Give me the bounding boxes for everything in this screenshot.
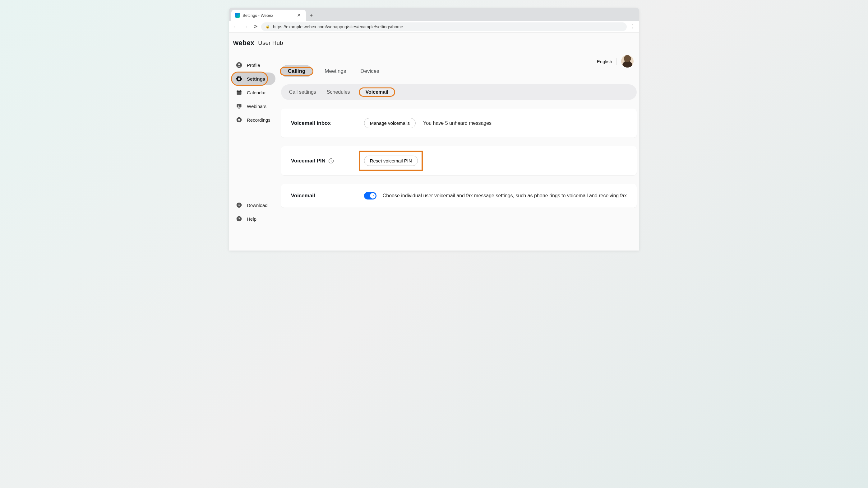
svg-rect-6	[237, 104, 242, 107]
sidebar-item-webinars[interactable]: Webinars	[232, 100, 275, 112]
sidebar-item-recordings[interactable]: Recordings	[232, 114, 275, 126]
webex-favicon-icon	[235, 13, 240, 18]
brand-bar: webex User Hub	[229, 33, 639, 53]
sidebar-item-download[interactable]: Download	[232, 199, 275, 211]
webex-logo: webex	[233, 39, 254, 47]
check-icon: ✓	[372, 194, 375, 197]
new-tab-button[interactable]: ＋	[308, 12, 315, 19]
sidebar-item-calendar[interactable]: Calendar	[232, 86, 275, 99]
help-icon: ?	[236, 216, 243, 222]
person-icon	[236, 62, 243, 68]
subtab-call-settings[interactable]: Call settings	[289, 89, 316, 95]
sub-tabs: Call settings Schedules Voicemail	[281, 84, 637, 100]
tab-calling[interactable]: Calling	[281, 65, 312, 77]
sidebar-label: Profile	[247, 62, 260, 68]
unheard-count-text: You have 5 unheard messages	[423, 120, 492, 126]
svg-text:?: ?	[238, 217, 240, 221]
sidebar-item-settings[interactable]: Settings	[232, 73, 275, 85]
subtab-schedules[interactable]: Schedules	[327, 89, 350, 95]
hub-title: User Hub	[258, 39, 283, 47]
svg-point-9	[238, 119, 240, 121]
svg-rect-7	[239, 108, 240, 109]
voicemail-pin-card: Voicemail PIN i Reset voicemail PIN	[281, 146, 637, 175]
url-text: https://example.webex.com/webappng/sites…	[273, 24, 403, 29]
main-panel: English Calling Meetings Devices Call se…	[279, 53, 639, 231]
sidebar-label: Webinars	[247, 104, 267, 109]
voicemail-pin-label: Voicemail PIN	[291, 158, 326, 164]
voicemail-toggle[interactable]: ✓	[364, 192, 376, 200]
sidebar-label: Calendar	[247, 90, 266, 95]
page-body: webex User Hub Profile Settings	[229, 33, 639, 251]
manage-voicemails-button[interactable]: Manage voicemails	[364, 118, 416, 128]
voicemail-pin-title: Voicemail PIN i	[291, 158, 364, 164]
sidebar: Profile Settings Calendar	[229, 53, 279, 231]
primary-tabs: Calling Meetings Devices	[279, 65, 639, 78]
voicemail-inbox-card: Voicemail inbox Manage voicemails You ha…	[281, 109, 637, 138]
browser-menu-button[interactable]: ⋮	[628, 23, 637, 30]
sidebar-item-help[interactable]: ? Help	[232, 212, 275, 225]
svg-rect-4	[238, 90, 238, 91]
tab-devices[interactable]: Devices	[359, 65, 381, 78]
lock-icon: 🔒	[266, 25, 270, 29]
divider	[617, 58, 617, 65]
svg-rect-5	[240, 90, 241, 91]
voicemail-inbox-title: Voicemail inbox	[291, 120, 364, 126]
svg-rect-3	[237, 91, 242, 92]
gear-icon	[236, 75, 243, 82]
webinar-icon	[236, 103, 243, 110]
browser-toolbar: ← → ⟳ 🔒 https://example.webex.com/webapp…	[229, 21, 639, 33]
browser-window: Settings - Webex ✕ ＋ ← → ⟳ 🔒 https://exa…	[229, 8, 639, 251]
sidebar-label: Help	[247, 216, 256, 222]
sidebar-label: Settings	[247, 76, 265, 82]
browser-tab[interactable]: Settings - Webex ✕	[231, 10, 306, 21]
tab-title: Settings - Webex	[243, 13, 273, 18]
voicemail-toggle-title: Voicemail	[291, 193, 364, 199]
voicemail-toggle-desc: Choose individual user voicemail and fax…	[383, 193, 627, 199]
address-bar[interactable]: 🔒 https://example.webex.com/webappng/sit…	[261, 22, 627, 31]
tab-strip: Settings - Webex ✕ ＋	[229, 8, 639, 21]
voicemail-toggle-card: Voicemail ✓ Choose individual user voice…	[281, 184, 637, 208]
download-icon	[236, 202, 243, 208]
svg-point-1	[238, 63, 240, 65]
sidebar-label: Download	[247, 203, 268, 208]
record-icon	[236, 116, 243, 123]
forward-button[interactable]: →	[241, 22, 250, 31]
calendar-icon	[236, 89, 243, 96]
tab-meetings[interactable]: Meetings	[323, 65, 348, 78]
reset-voicemail-pin-button[interactable]: Reset voicemail PIN	[364, 155, 418, 166]
reload-button[interactable]: ⟳	[251, 22, 260, 31]
close-tab-button[interactable]: ✕	[296, 12, 302, 19]
back-button[interactable]: ←	[231, 22, 240, 31]
subtab-voicemail[interactable]: Voicemail	[361, 87, 394, 97]
language-selector[interactable]: English	[597, 59, 612, 64]
sidebar-label: Recordings	[247, 117, 271, 123]
sidebar-item-profile[interactable]: Profile	[232, 59, 275, 71]
info-icon[interactable]: i	[329, 159, 334, 163]
